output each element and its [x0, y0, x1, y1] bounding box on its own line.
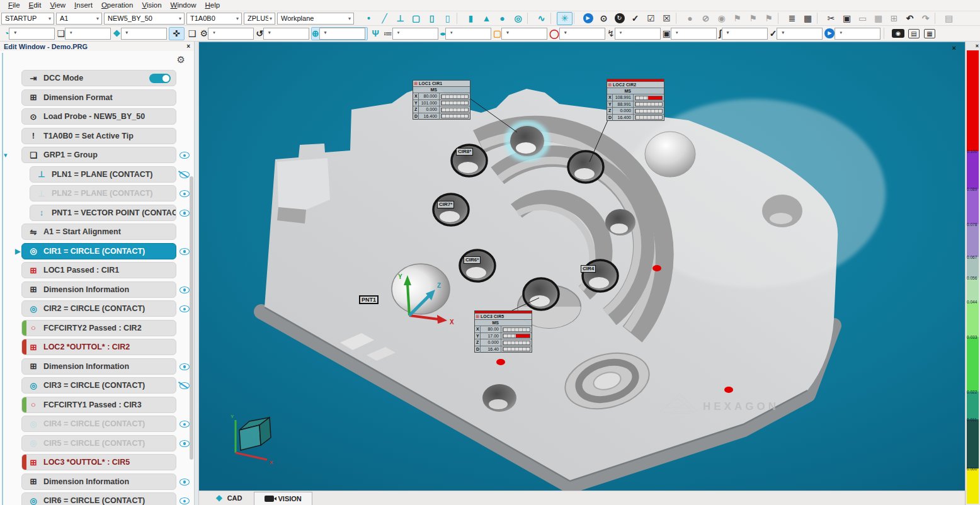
copy-feature-icon[interactable]: ▣: [663, 27, 719, 40]
cad-viewport[interactable]: HEXAGON Y X Z: [199, 42, 965, 491]
tab-vision[interactable]: VISION: [254, 492, 312, 505]
row-marker-icon[interactable]: [0, 151, 21, 159]
panel-scrollbar[interactable]: [190, 176, 193, 460]
copy-icon[interactable]: ▣: [839, 12, 855, 25]
report-check-icon[interactable]: ☑: [643, 12, 659, 25]
gear-icon[interactable]: ⚙: [177, 54, 185, 65]
square-slot-icon[interactable]: ▯: [440, 12, 455, 25]
torus-icon[interactable]: ◎: [510, 12, 526, 25]
circle-feature-icon[interactable]: ◎ CIR6 = CIRCLE (CONTACT): [21, 492, 176, 505]
feature-tag[interactable]: CIR7*: [437, 201, 454, 208]
viewport-close-icon[interactable]: ×: [952, 44, 956, 52]
dimension-format-icon[interactable]: ⊞ Dimension Format: [21, 89, 176, 106]
tab-cad[interactable]: ❖ CAD: [205, 491, 253, 505]
panel-divider[interactable]: [194, 42, 199, 505]
dimension-info-icon[interactable]: ⊞ Dimension Information: [21, 281, 176, 298]
auto-feature-icon[interactable]: ✳: [557, 12, 573, 25]
toolbar-dropdown[interactable]: ZPLUS: [244, 13, 275, 25]
row-marker-icon[interactable]: [0, 247, 21, 256]
confirm-icon[interactable]: ✓: [770, 27, 825, 40]
circle-gage-icon[interactable]: ◯: [549, 27, 607, 40]
retake-hits-icon[interactable]: ↻: [612, 12, 627, 25]
execute-mini-icon[interactable]: ▶: [824, 27, 882, 40]
group-folder-icon[interactable]: ❏ GRP1 = Group: [21, 147, 176, 163]
dimension-info-icon[interactable]: ⊞ Dimension Information: [21, 358, 176, 375]
toolbar-dropdown[interactable]: T1A0B0: [186, 13, 242, 25]
load-probe-icon[interactable]: ⊙ Load Probe - NEW5_BY_50: [21, 108, 176, 125]
pan-icon[interactable]: ✜: [169, 27, 185, 40]
menu-item[interactable]: Window: [166, 0, 201, 11]
stop-icon[interactable]: ●: [682, 12, 698, 25]
cone-icon[interactable]: ▲: [479, 12, 494, 25]
menu-item[interactable]: Insert: [70, 0, 97, 11]
feature-tag[interactable]: CIR4: [581, 265, 596, 273]
wireframe-view-icon[interactable]: ❏: [57, 27, 113, 40]
visibility-eye-icon[interactable]: [176, 147, 194, 163]
round-slot-icon[interactable]: ▯: [424, 12, 440, 25]
undo-icon[interactable]: ↶: [902, 12, 918, 25]
visibility-eye-icon[interactable]: [176, 89, 194, 106]
camera-icon[interactable]: ◉: [890, 27, 906, 40]
feature-list-icon[interactable]: ≔: [384, 27, 440, 40]
surface-mode-icon[interactable]: ●: [440, 27, 493, 40]
menu-item[interactable]: File: [4, 0, 25, 11]
curve-icon[interactable]: ∿: [533, 12, 549, 25]
view-orientation-icon[interactable]: ◔: [4, 27, 57, 40]
print-icon[interactable]: ▤: [941, 12, 957, 25]
report-window-icon[interactable]: ▤: [906, 27, 921, 40]
alignment-icon[interactable]: ⇋ A1 = Start Alignment: [21, 224, 176, 240]
report-grid-icon[interactable]: ▦: [800, 12, 816, 25]
probe-icon[interactable]: Ψ: [368, 27, 384, 40]
location-dimension-icon[interactable]: ⊞ LOC2 *OUTTOL* : CIR2: [21, 339, 176, 355]
circle-feature-icon[interactable]: ◎ CIR1 = CIRCLE (CONTACT): [21, 243, 176, 259]
circularity-icon[interactable]: ○ FCFCIRTY1 Passed : CIR3: [21, 397, 176, 413]
menu-item[interactable]: Help: [200, 0, 224, 11]
paste-pattern-icon[interactable]: ⊞: [886, 12, 902, 25]
point-icon[interactable]: •: [361, 12, 377, 25]
plane-feature-icon[interactable]: ⊥ PLN2 = PLANE (CONTACT): [30, 185, 176, 201]
scale-close-icon[interactable]: ×: [976, 43, 979, 49]
feature-tag[interactable]: CIR6*: [464, 256, 481, 264]
report-list-icon[interactable]: ≣: [784, 12, 800, 25]
vector-point-icon[interactable]: ↕ PNT1 = VECTOR POINT (CONTAC: [30, 205, 176, 221]
close-icon[interactable]: ×: [186, 43, 190, 50]
circle-feature-icon[interactable]: ◎ CIR5 = CIRCLE (CONTACT): [21, 435, 176, 451]
dimension-info-icon[interactable]: ⊞ Dimension Information: [21, 474, 176, 490]
path-icon[interactable]: ʃ: [719, 27, 770, 40]
paste-icon[interactable]: ▭: [855, 12, 870, 25]
menu-item[interactable]: View: [45, 0, 70, 11]
visibility-eye-icon[interactable]: [176, 108, 194, 125]
settings-icon[interactable]: ⚙: [200, 27, 256, 40]
visibility-eye-icon[interactable]: [176, 70, 194, 86]
circularity-icon[interactable]: ○ FCFCIRTY2 Passed : CIR2: [21, 320, 176, 336]
toolbar-dropdown[interactable]: Workplane: [277, 13, 354, 25]
execute-icon[interactable]: ▶: [580, 12, 596, 25]
visibility-eye-icon[interactable]: [176, 492, 194, 505]
quick-measure-icon[interactable]: ↯: [607, 27, 663, 40]
accept-icon[interactable]: ✓: [627, 12, 643, 25]
comment-icon[interactable]: ❑: [185, 27, 200, 40]
cancel-icon[interactable]: ⊘: [698, 12, 714, 25]
rotate-icon[interactable]: ↺: [256, 27, 311, 40]
menu-item[interactable]: Edit: [25, 0, 46, 11]
probe-mode-icon[interactable]: ⊕: [311, 27, 368, 40]
visibility-eye-icon[interactable]: [176, 128, 194, 144]
execute-from-cursor-icon[interactable]: ⊙: [596, 12, 612, 25]
dimension-label-loc1[interactable]: LOC1 CIR1 MS X80.000Y101.000Z0.000D16.40…: [413, 80, 470, 120]
circle-feature-icon[interactable]: ◎ CIR4 = CIRCLE (CONTACT): [21, 416, 176, 432]
cylinder-icon[interactable]: ▮: [463, 12, 479, 25]
line-icon[interactable]: ╱: [377, 12, 392, 25]
location-dimension-icon[interactable]: ⊞ LOC3 *OUTTOL* : CIR5: [21, 454, 176, 470]
resume-icon[interactable]: ◉: [714, 12, 729, 25]
sphere-icon[interactable]: ●: [494, 12, 510, 25]
dimension-label-loc3[interactable]: LOC3 CIR5 MS X80.00Y17.00Z0.000D16.40: [474, 310, 532, 353]
dimension-label-loc2[interactable]: LOC2 CIR2 MS X108.991Y88.991Z0.000D16.40…: [607, 79, 664, 121]
menu-item[interactable]: Vision: [137, 0, 166, 11]
feature-tag[interactable]: PNT1: [359, 295, 379, 304]
bookmark-clear-icon[interactable]: ⚑: [761, 12, 777, 25]
report-skip-icon[interactable]: ☒: [659, 12, 675, 25]
chart-window-icon[interactable]: ▦: [921, 27, 937, 40]
dcc-mode-icon[interactable]: ⇥ DCC Mode: [21, 70, 176, 86]
active-tip-icon[interactable]: ! T1A0B0 = Set Active Tip: [21, 128, 176, 144]
toolbar-dropdown[interactable]: NEW5_BY_50: [104, 13, 185, 25]
